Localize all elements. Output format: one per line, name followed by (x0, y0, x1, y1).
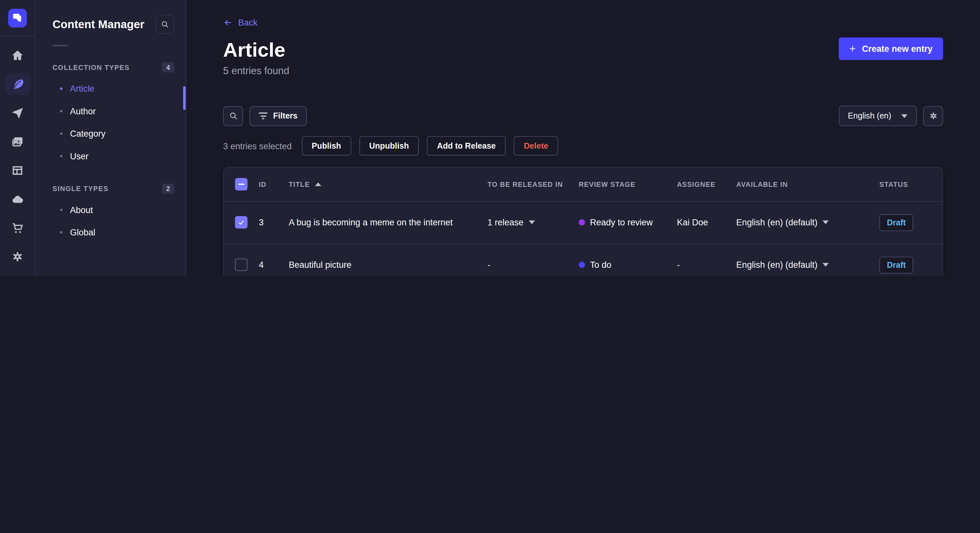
list-toolbar: Filters English (en) (223, 106, 943, 126)
cell-review-stage: Ready to review (579, 217, 677, 228)
icon-rail: KD (0, 0, 36, 276)
plus-icon: + (849, 43, 856, 54)
back-link[interactable]: Back (223, 17, 257, 27)
cloud-icon (11, 193, 24, 206)
nav-settings[interactable] (5, 246, 30, 268)
cell-review-stage: To do (579, 260, 677, 270)
marketplace-cart-icon (11, 222, 24, 235)
single-types-list: About Global (52, 198, 174, 244)
strapi-logo-icon[interactable] (8, 8, 27, 27)
gear-icon (929, 111, 938, 121)
collection-types-list: Article Author Category User (52, 78, 174, 167)
sidebar-item-article[interactable]: Article (52, 78, 174, 100)
filters-label: Filters (273, 111, 298, 121)
selection-action-add-to-release[interactable]: Add to Release (427, 136, 506, 155)
stage-dot-icon (579, 262, 585, 268)
stage-dot-icon (579, 219, 585, 226)
column-header-status[interactable]: STATUS (879, 180, 942, 188)
nav-content-manager[interactable] (5, 74, 30, 95)
sidebar-scrollbar-thumb[interactable] (183, 86, 186, 110)
status-badge: Draft (879, 214, 913, 231)
selection-action-delete[interactable]: Delete (514, 136, 558, 155)
chevron-down-icon[interactable] (528, 221, 535, 225)
strapi-logo-container (0, 0, 35, 36)
column-header-available-in[interactable]: AVAILABLE IN (736, 180, 880, 188)
row-checkbox[interactable] (235, 259, 248, 271)
nav-media-library[interactable] (5, 131, 30, 152)
select-all-checkbox[interactable] (235, 178, 248, 191)
sidebar-item-label: Article (70, 84, 94, 94)
locale-select[interactable]: English (en) (838, 106, 917, 126)
rail-icon-list (5, 45, 30, 276)
chevron-down-icon[interactable] (822, 221, 829, 225)
section-label: SINGLE TYPES (52, 185, 108, 192)
cell-status: Draft (879, 257, 942, 273)
page-header: Back Article 5 entries found (223, 17, 289, 77)
sidebar-item-label: User (70, 151, 89, 161)
table-row[interactable]: 3 A bug is becoming a meme on the intern… (224, 202, 942, 244)
table-header-row: ID TITLE TO BE RELEASED IN REVIEW STAGE … (224, 167, 942, 202)
chevron-down-icon[interactable] (822, 263, 829, 267)
feather-content-icon (11, 78, 24, 90)
stage-label: Ready to review (590, 217, 653, 228)
page-title: Article (223, 39, 289, 62)
column-header-id[interactable]: ID (259, 180, 289, 188)
locale-label: English (en) (default) (736, 217, 818, 228)
cell-release[interactable]: 1 release (487, 217, 579, 228)
cell-assignee: - (677, 260, 736, 270)
column-header-review-stage[interactable]: REVIEW STAGE (579, 180, 677, 188)
sidebar-divider (52, 45, 67, 46)
cell-locale[interactable]: English (en) (default) (736, 217, 880, 228)
sidebar-title: Content Manager (52, 18, 145, 31)
section-label: COLLECTION TYPES (52, 64, 130, 71)
chevron-down-icon (901, 114, 907, 118)
bullet-icon (60, 155, 62, 157)
column-header-assignee[interactable]: ASSIGNEE (677, 180, 736, 188)
column-header-title[interactable]: TITLE (289, 180, 487, 188)
create-new-entry-button[interactable]: + Create new entry (838, 38, 943, 60)
back-label: Back (238, 17, 258, 27)
row-checkbox[interactable] (235, 216, 248, 229)
nav-content-type-builder[interactable] (5, 160, 30, 181)
search-entries-button[interactable] (223, 106, 243, 126)
sidebar-item-label: Global (70, 227, 95, 237)
nav-deploy[interactable] (5, 189, 30, 210)
sidebar-search-button[interactable] (156, 15, 174, 34)
cell-status: Draft (879, 214, 942, 231)
cell-title: A bug is becoming a meme on the internet (289, 217, 487, 228)
arrow-left-icon (223, 17, 233, 27)
selection-action-publish[interactable]: Publish (302, 136, 351, 155)
search-icon (161, 20, 170, 29)
sidebar-item-category[interactable]: Category (52, 122, 174, 145)
bullet-icon (60, 209, 62, 211)
sidebar-item-global[interactable]: Global (52, 221, 174, 244)
column-header-label: TITLE (289, 180, 310, 188)
bullet-icon (60, 231, 62, 234)
locale-value: English (en) (848, 111, 891, 121)
search-icon (229, 111, 238, 121)
filters-button[interactable]: Filters (249, 106, 307, 126)
selection-action-unpublish[interactable]: Unpublish (359, 136, 419, 155)
column-header-to-be-released-in[interactable]: TO BE RELEASED IN (487, 180, 579, 188)
sidebar-item-user[interactable]: User (52, 145, 174, 167)
nav-releases[interactable] (5, 102, 30, 124)
release-value: - (487, 260, 490, 270)
sidebar-section-single-types: SINGLE TYPES 2 About Global (52, 184, 174, 244)
section-count-badge: 2 (162, 184, 174, 194)
cell-id: 4 (259, 260, 289, 270)
sidebar-item-label: Author (70, 106, 96, 116)
nav-home[interactable] (5, 45, 30, 67)
view-settings-button[interactable] (923, 106, 943, 126)
cell-release[interactable]: - (487, 260, 579, 270)
app-window: KD Content Manager COLLECTION TYPES 4 Ar… (0, 0, 980, 276)
sidebar-section-collection-types: COLLECTION TYPES 4 Article Author Catego… (52, 62, 174, 167)
nav-marketplace[interactable] (5, 217, 30, 239)
selection-actions: Publish Unpublish Add to Release Delete (302, 136, 558, 155)
cell-locale[interactable]: English (en) (default) (736, 260, 880, 270)
entries-table: ID TITLE TO BE RELEASED IN REVIEW STAGE … (223, 167, 943, 276)
bullet-icon (60, 132, 62, 135)
sort-ascending-icon[interactable] (315, 182, 321, 186)
sidebar-item-author[interactable]: Author (52, 100, 174, 122)
table-row[interactable]: 4 Beautiful picture - To do - English (e… (224, 244, 942, 276)
sidebar-item-about[interactable]: About (52, 198, 174, 221)
